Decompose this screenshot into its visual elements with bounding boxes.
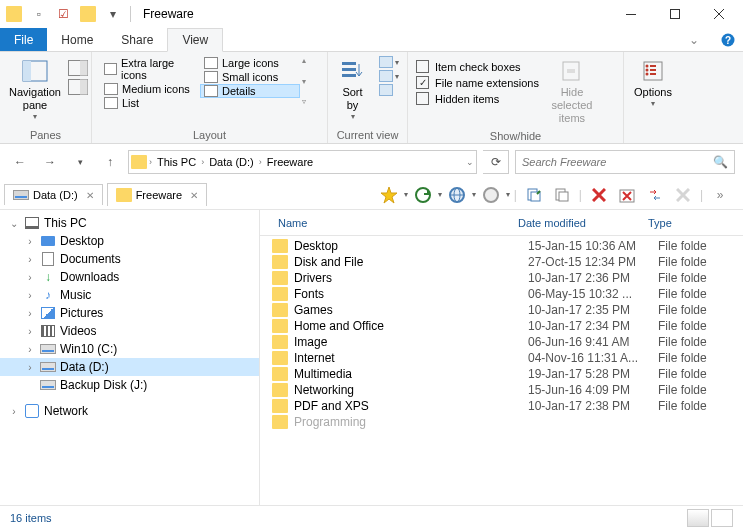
nav-network[interactable]: ›Network	[0, 402, 259, 420]
forward-button[interactable]: →	[38, 150, 62, 174]
qa-dropdown-icon[interactable]: ▾	[102, 3, 124, 25]
layout-large[interactable]: Large icons	[200, 56, 300, 70]
nav-this-pc[interactable]: ⌄This PC	[0, 214, 259, 232]
duplicate-icon[interactable]	[549, 183, 575, 207]
delete-box-icon[interactable]	[614, 183, 640, 207]
close-tab-icon[interactable]: ✕	[190, 190, 198, 201]
tab-view[interactable]: View	[167, 28, 223, 52]
favorites-icon[interactable]	[376, 183, 402, 207]
file-row[interactable]: Drivers 10-Jan-17 2:36 PM File folde	[260, 270, 743, 286]
file-list[interactable]: Desktop 15-Jan-15 10:36 AM File folde Di…	[260, 236, 743, 505]
column-name[interactable]: Name	[272, 217, 512, 229]
up-button[interactable]: ↑	[98, 150, 122, 174]
nav-pictures[interactable]: ›Pictures	[0, 304, 259, 322]
file-row[interactable]: PDF and XPS 10-Jan-17 2:38 PM File folde	[260, 398, 743, 414]
address-bar[interactable]: › This PC › Data (D:) › Freeware ⌄	[128, 150, 477, 174]
dropdown-icon[interactable]: ▾	[472, 190, 476, 199]
breadcrumb-data[interactable]: Data (D:)	[206, 156, 257, 168]
preview-pane-icon[interactable]	[68, 60, 88, 76]
minimize-button[interactable]	[609, 0, 653, 28]
nav-music[interactable]: ›♪Music	[0, 286, 259, 304]
qa-properties-icon[interactable]: ▫	[28, 3, 50, 25]
copy-icon[interactable]	[521, 183, 547, 207]
file-extensions-checkbox[interactable]: ✓	[416, 76, 429, 89]
tab-share[interactable]: Share	[107, 28, 167, 51]
sort-by-button[interactable]: Sort by ▾	[336, 56, 369, 124]
file-row[interactable]: Image 06-Jun-16 9:41 AM File folde	[260, 334, 743, 350]
tab-home[interactable]: Home	[47, 28, 107, 51]
file-row[interactable]: Multimedia 19-Jan-17 5:28 PM File folde	[260, 366, 743, 382]
tab-file[interactable]: File	[0, 28, 47, 51]
nav-win10[interactable]: ›Win10 (C:)	[0, 340, 259, 358]
recent-dropdown-icon[interactable]: ▾	[68, 150, 92, 174]
search-input[interactable]	[522, 156, 713, 168]
chevron-icon[interactable]: ›	[201, 157, 204, 167]
layout-more-icon[interactable]: ▿	[302, 97, 306, 106]
layout-details[interactable]: Details	[200, 84, 300, 98]
file-row[interactable]: Home and Office 10-Jan-17 2:34 PM File f…	[260, 318, 743, 334]
close-tab-icon[interactable]: ✕	[86, 190, 94, 201]
search-icon[interactable]: 🔍	[713, 155, 728, 169]
dropdown-icon[interactable]: ▾	[438, 190, 442, 199]
refresh-button[interactable]: ⟳	[483, 150, 509, 174]
file-row[interactable]: Internet 04-Nov-16 11:31 A... File folde	[260, 350, 743, 366]
file-row[interactable]: Games 10-Jan-17 2:35 PM File folde	[260, 302, 743, 318]
layout-scroll-down-icon[interactable]: ▾	[302, 77, 306, 86]
refresh-green-icon[interactable]	[410, 183, 436, 207]
globe-icon[interactable]	[444, 183, 470, 207]
column-date[interactable]: Date modified	[512, 217, 642, 229]
navigation-pane-button[interactable]: Navigation pane ▾	[8, 56, 62, 124]
options-button[interactable]: Options ▾	[632, 56, 674, 111]
view-icons-button[interactable]	[711, 509, 733, 527]
maximize-button[interactable]	[653, 0, 697, 28]
item-checkboxes-checkbox[interactable]	[416, 60, 429, 73]
nav-desktop[interactable]: ›Desktop	[0, 232, 259, 250]
size-columns-button[interactable]	[379, 84, 399, 96]
breadcrumb-this-pc[interactable]: This PC	[154, 156, 199, 168]
dropdown-icon[interactable]: ▾	[404, 190, 408, 199]
file-row[interactable]: Programming	[260, 414, 743, 430]
file-row[interactable]: Networking 15-Jun-16 4:09 PM File folde	[260, 382, 743, 398]
group-by-button[interactable]: ▾	[379, 56, 399, 68]
nav-videos[interactable]: ›Videos	[0, 322, 259, 340]
file-row[interactable]: Desktop 15-Jan-15 10:36 AM File folde	[260, 238, 743, 254]
file-date: 27-Oct-15 12:34 PM	[528, 255, 658, 269]
expand-icon[interactable]: »	[707, 183, 733, 207]
details-pane-icon[interactable]	[68, 79, 88, 95]
qa-checkmark-icon[interactable]: ☑	[52, 3, 74, 25]
nav-backup[interactable]: Backup Disk (J:)	[0, 376, 259, 394]
path-tab-data[interactable]: Data (D:) ✕	[4, 184, 103, 205]
nav-data[interactable]: ›Data (D:)	[0, 358, 259, 376]
help-icon[interactable]: ?	[713, 28, 743, 51]
path-tab-freeware[interactable]: Freeware ✕	[107, 183, 207, 206]
ribbon-expand-icon[interactable]: ⌄	[675, 28, 713, 51]
dropdown-icon[interactable]: ▾	[506, 190, 510, 199]
navigation-pane[interactable]: ⌄This PC ›Desktop ›Documents ›↓Downloads…	[0, 210, 260, 505]
layout-small[interactable]: Small icons	[200, 70, 300, 84]
delete-x-icon[interactable]	[586, 183, 612, 207]
nav-downloads[interactable]: ›↓Downloads	[0, 268, 259, 286]
view-details-button[interactable]	[687, 509, 709, 527]
hidden-items-checkbox[interactable]	[416, 92, 429, 105]
file-row[interactable]: Fonts 06-May-15 10:32 ... File folde	[260, 286, 743, 302]
layout-list[interactable]: List	[100, 96, 200, 110]
column-type[interactable]: Type	[642, 217, 743, 229]
globe-grey-icon[interactable]	[478, 183, 504, 207]
chevron-icon[interactable]: ›	[149, 157, 152, 167]
qa-folder-icon[interactable]	[80, 6, 96, 22]
breadcrumb-freeware[interactable]: Freeware	[264, 156, 316, 168]
nav-documents[interactable]: ›Documents	[0, 250, 259, 268]
close-button[interactable]	[697, 0, 741, 28]
layout-medium[interactable]: Medium icons	[100, 82, 200, 96]
layout-scroll-up-icon[interactable]: ▴	[302, 56, 306, 65]
delete-grey-icon[interactable]	[670, 183, 696, 207]
layout-extra-large[interactable]: Extra large icons	[100, 56, 200, 82]
search-box[interactable]: 🔍	[515, 150, 735, 174]
back-button[interactable]: ←	[8, 150, 32, 174]
hide-selected-button[interactable]: Hide selected items	[545, 56, 599, 128]
chevron-icon[interactable]: ›	[259, 157, 262, 167]
file-row[interactable]: Disk and File 27-Oct-15 12:34 PM File fo…	[260, 254, 743, 270]
swap-icon[interactable]	[642, 183, 668, 207]
address-dropdown-icon[interactable]: ⌄	[466, 157, 474, 167]
add-columns-button[interactable]: ▾	[379, 70, 399, 82]
